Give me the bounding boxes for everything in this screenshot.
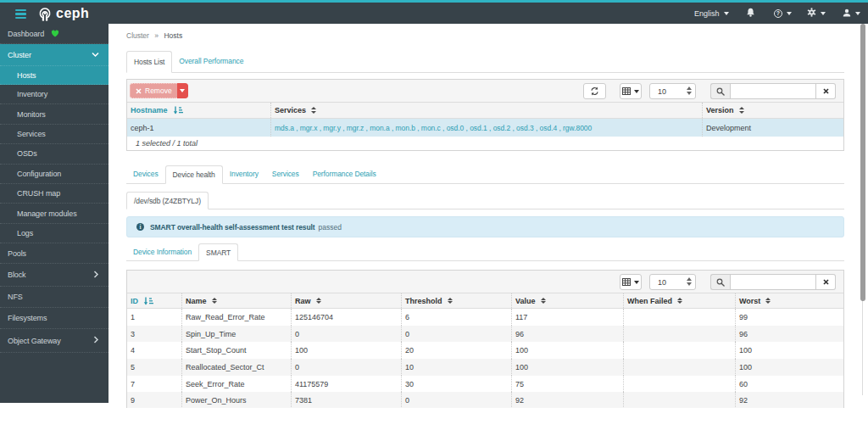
sort-icon	[212, 298, 217, 304]
cell-value: 100	[511, 342, 623, 359]
table-columns-icon	[622, 278, 631, 286]
smart-row[interactable]: 7 Seek_Error_Rate 41175579 30 75 60	[127, 376, 843, 393]
columns-dropdown-button[interactable]	[620, 83, 642, 99]
tab-overall-performance[interactable]: Overall Performance	[172, 50, 250, 72]
main-content: Cluster » Hosts Hosts List Overall Perfo…	[108, 24, 868, 408]
smart-row[interactable]: 4 Start_Stop_Count 100 20 100 100	[127, 342, 843, 359]
search-input[interactable]	[730, 83, 816, 99]
tab-device-health[interactable]: Device health	[165, 165, 223, 184]
help-dropdown[interactable]: ?	[774, 3, 792, 24]
cell-raw: 41175579	[291, 376, 401, 393]
tab-devices[interactable]: Devices	[126, 165, 165, 183]
sidebar-item-filesystems[interactable]: Filesystems	[0, 308, 108, 329]
sidebar-item-monitors[interactable]: Monitors	[0, 104, 108, 124]
cell-raw: 100	[291, 342, 401, 359]
sidebar-item-hosts[interactable]: Hosts	[0, 66, 108, 85]
column-header-when-failed[interactable]: When Failed	[623, 293, 735, 308]
search-clear-button[interactable]	[816, 274, 836, 290]
cell-raw: 0	[291, 359, 401, 376]
tab-performance-details[interactable]: Performance Details	[306, 165, 383, 183]
cell-id: 4	[127, 342, 181, 359]
scrollbar-thumb[interactable]	[860, 24, 865, 301]
column-header-id[interactable]: ID	[127, 293, 181, 308]
breadcrumb-separator: »	[154, 31, 159, 40]
caret-down-icon	[634, 281, 639, 284]
top-navbar: ceph English ?	[0, 0, 868, 24]
sidebar-item-object-gateway[interactable]: Object Gateway	[0, 329, 108, 353]
column-header-worst[interactable]: Worst	[735, 293, 843, 308]
sidebar-item-pools[interactable]: Pools	[0, 243, 108, 264]
tab-inventory[interactable]: Inventory	[223, 165, 265, 183]
tab-device-information[interactable]: Device Information	[126, 243, 198, 260]
gear-icon	[807, 8, 816, 19]
sidebar-item-configuration[interactable]: Configuration	[0, 165, 108, 184]
sidebar-item-nfs[interactable]: NFS	[0, 287, 108, 308]
sidebar-item-services[interactable]: Services	[0, 125, 108, 144]
remove-button[interactable]: Remove	[130, 83, 188, 98]
columns-dropdown-button[interactable]	[620, 274, 642, 290]
refresh-button[interactable]	[583, 83, 606, 99]
number-spinner[interactable]	[687, 87, 692, 95]
column-header-name[interactable]: Name	[181, 293, 291, 308]
breadcrumb: Cluster » Hosts	[126, 31, 182, 40]
page-size-input[interactable]: 10	[649, 274, 696, 290]
refresh-icon	[590, 87, 599, 96]
table-columns-icon	[622, 87, 631, 95]
tab-hosts-list[interactable]: Hosts List	[126, 51, 172, 73]
smart-table-toolbar: 10	[127, 271, 843, 293]
cell-threshold: 6	[401, 309, 511, 326]
column-header-version[interactable]: Version	[702, 103, 843, 118]
sidebar-item-inventory[interactable]: Inventory	[0, 85, 108, 104]
number-spinner[interactable]	[687, 277, 692, 286]
sidebar-item-label: Logs	[17, 229, 33, 237]
search-input[interactable]	[730, 274, 816, 290]
column-label: Version	[706, 106, 734, 114]
remove-dropdown-toggle[interactable]	[177, 83, 188, 98]
breadcrumb-section[interactable]: Cluster	[126, 31, 149, 40]
sidebar-item-label: CRUSH map	[17, 189, 60, 198]
cell-raw: 7381	[291, 392, 401, 408]
sidebar-item-logs[interactable]: Logs	[0, 224, 108, 243]
sidebar-item-block[interactable]: Block	[0, 264, 108, 287]
remove-label: Remove	[145, 87, 172, 95]
sidebar-item-dashboard[interactable]: Dashboard	[0, 24, 108, 44]
page-size-value: 10	[658, 87, 666, 96]
column-header-hostname[interactable]: Hostname	[127, 103, 270, 118]
cell-threshold: 0	[401, 392, 511, 408]
column-header-raw[interactable]: Raw	[291, 293, 401, 308]
cell-raw: 0	[291, 326, 401, 343]
tab-smart[interactable]: SMART	[198, 243, 238, 261]
cell-services[interactable]: mds.a , mgr.x , mgr.y , mgr.z , mon.a , …	[270, 119, 702, 137]
smart-table-panel: 10 ID	[126, 270, 844, 408]
user-dropdown[interactable]	[843, 3, 860, 24]
sort-icon	[311, 107, 316, 114]
tab-services[interactable]: Services	[265, 165, 306, 183]
alert-message: SMART overall-health self-assessment tes…	[150, 223, 315, 232]
column-header-services[interactable]: Services	[270, 103, 702, 118]
tab-dev-sdb[interactable]: /dev/sdb (Z4ZBTYLJ)	[126, 192, 209, 209]
smart-row[interactable]: 3 Spin_Up_Time 0 0 96 96	[127, 326, 843, 343]
notifications-button[interactable]	[746, 3, 755, 24]
host-row-selected[interactable]: ceph-1 mds.a , mgr.x , mgr.y , mgr.z , m…	[127, 119, 843, 137]
smart-row[interactable]: 9 Power_On_Hours 7381 0 92 92	[127, 392, 843, 408]
column-label: Raw	[295, 297, 311, 305]
sidebar-item-cluster[interactable]: Cluster	[0, 44, 108, 66]
column-header-threshold[interactable]: Threshold	[401, 293, 511, 308]
sidebar-item-crush-map[interactable]: CRUSH map	[0, 184, 108, 204]
settings-dropdown[interactable]	[807, 3, 826, 24]
column-header-value[interactable]: Value	[511, 293, 623, 308]
column-label: Hostname	[131, 106, 168, 114]
sidebar-item-manager-modules[interactable]: Manager modules	[0, 204, 108, 223]
cell-id: 3	[127, 326, 181, 343]
smart-row[interactable]: 1 Raw_Read_Error_Rate 125146704 6 117 99	[127, 309, 843, 326]
page-size-input[interactable]: 10	[649, 83, 696, 99]
language-dropdown[interactable]: English	[694, 3, 729, 24]
ceph-brand[interactable]: ceph	[36, 4, 89, 23]
search-icon	[716, 87, 725, 96]
column-label: Value	[515, 297, 536, 305]
search-clear-button[interactable]	[816, 83, 836, 99]
sidebar-item-osds[interactable]: OSDs	[0, 144, 108, 164]
hamburger-menu-icon[interactable]	[15, 9, 26, 19]
hosts-table-toolbar: Remove	[127, 80, 843, 103]
smart-row[interactable]: 5 Reallocated_Sector_Ct 0 10 100 100	[127, 359, 843, 376]
